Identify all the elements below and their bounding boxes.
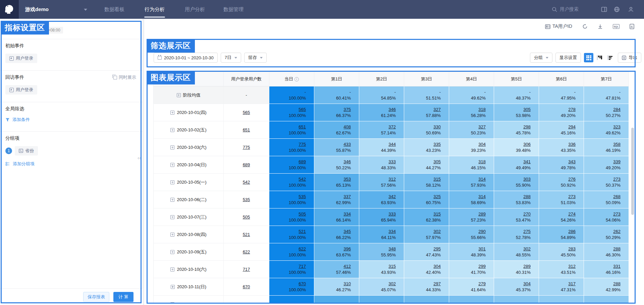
- retained-count-link[interactable]: 492: [299, 301, 306, 304]
- add-condition-link[interactable]: 添加条件: [5, 117, 30, 123]
- retained-count-link[interactable]: 302: [388, 281, 396, 287]
- expand-icon[interactable]: [170, 198, 174, 202]
- retained-count-link[interactable]: 279: [478, 281, 486, 287]
- retained-count-link[interactable]: 535: [299, 194, 306, 200]
- initial-event-button[interactable]: 用户登录: [5, 54, 37, 63]
- add-group-link[interactable]: 添加分组项: [5, 161, 35, 167]
- return-event-button[interactable]: 用户登录: [5, 85, 37, 95]
- retained-count-link[interactable]: 315: [433, 211, 441, 217]
- retained-count-link[interactable]: 292: [433, 301, 441, 304]
- retained-count-link[interactable]: 286: [568, 229, 576, 235]
- retained-count-link[interactable]: 348: [388, 246, 396, 252]
- retained-count-link[interactable]: 304: [523, 281, 531, 287]
- retained-count-link[interactable]: 333: [388, 211, 396, 217]
- retained-count-link[interactable]: 297: [433, 281, 441, 287]
- app-logo[interactable]: [0, 0, 19, 19]
- retained-count-link[interactable]: 311: [389, 301, 396, 304]
- expand-icon[interactable]: [171, 285, 175, 289]
- retained-count-link[interactable]: 372: [388, 124, 396, 130]
- panel-layout-icon[interactable]: [601, 6, 607, 12]
- retained-count-link[interactable]: 325: [433, 194, 441, 200]
- retained-count-link[interactable]: 282: [478, 301, 486, 304]
- date-range-picker[interactable]: 2020-10-01 ~ 2020-10-30: [154, 53, 218, 63]
- table-scrollbar[interactable]: [631, 128, 634, 215]
- retained-count-link[interactable]: 318: [478, 107, 486, 113]
- retained-count-link[interactable]: 412: [343, 263, 351, 269]
- nav-item-4[interactable]: 数据管理: [222, 0, 245, 19]
- total-users-link[interactable]: 622: [243, 249, 250, 254]
- total-users-link[interactable]: 717: [243, 267, 250, 272]
- retained-count-link[interactable]: 299: [478, 263, 486, 269]
- group-item-button[interactable]: 省份: [15, 146, 38, 156]
- trend-view-toggle[interactable]: [605, 53, 615, 62]
- total-users-link[interactable]: 775: [243, 145, 250, 150]
- retained-count-link[interactable]: 565: [299, 107, 306, 113]
- retained-count-link[interactable]: 326: [343, 301, 351, 304]
- retained-count-link[interactable]: 312: [388, 176, 396, 182]
- ta-user-id-button[interactable]: TA用户ID: [545, 23, 572, 29]
- save-report-button[interactable]: 保存报表: [83, 292, 109, 302]
- retained-count-link[interactable]: 717: [299, 263, 306, 269]
- retained-count-link[interactable]: 353: [343, 176, 351, 182]
- retained-count-link[interactable]: 336: [568, 141, 576, 147]
- retained-count-link[interactable]: 335: [433, 141, 441, 147]
- retained-count-link[interactable]: 295: [433, 246, 441, 252]
- retained-count-link[interactable]: 339: [613, 159, 621, 165]
- calculate-button[interactable]: 计 算: [113, 292, 133, 302]
- retained-count-link[interactable]: 255: [568, 301, 576, 304]
- total-users-link[interactable]: 689: [243, 162, 250, 167]
- sql-button[interactable]: SQL: [613, 24, 620, 29]
- retained-count-link[interactable]: 289: [478, 211, 486, 217]
- retained-count-link[interactable]: 288: [523, 194, 531, 200]
- refresh-button[interactable]: [582, 24, 588, 29]
- chart-report-button[interactable]: [630, 24, 634, 29]
- expand-icon[interactable]: [170, 180, 174, 184]
- retained-count-link[interactable]: 302: [523, 246, 531, 252]
- retained-count-link[interactable]: 521: [299, 229, 306, 235]
- nav-item-3[interactable]: 用户分析: [183, 0, 207, 19]
- retained-count-link[interactable]: 288: [613, 246, 621, 252]
- retained-count-link[interactable]: 323: [613, 124, 621, 130]
- nav-item-2[interactable]: 行为分析: [143, 0, 166, 19]
- total-users-link[interactable]: 670: [243, 284, 250, 289]
- retained-count-link[interactable]: 302: [433, 229, 441, 235]
- retained-count-link[interactable]: 651: [299, 124, 306, 130]
- expand-icon[interactable]: [170, 163, 174, 167]
- retained-count-link[interactable]: 396: [343, 246, 351, 252]
- retained-count-link[interactable]: 315: [388, 263, 396, 269]
- mode-select[interactable]: 留存: [244, 53, 267, 63]
- group-dropdown[interactable]: 分组: [530, 53, 552, 63]
- retained-count-link[interactable]: 284: [613, 107, 621, 113]
- total-users-link[interactable]: 535: [243, 197, 250, 202]
- retained-count-link[interactable]: 622: [299, 246, 306, 252]
- expand-icon[interactable]: [170, 267, 174, 271]
- retained-count-link[interactable]: 278: [568, 107, 576, 113]
- expand-icon[interactable]: [170, 233, 174, 237]
- retained-count-link[interactable]: 345: [343, 229, 351, 235]
- user-avatar-icon[interactable]: [628, 6, 634, 12]
- retained-count-link[interactable]: 344: [388, 141, 396, 147]
- retained-count-link[interactable]: 305: [523, 107, 531, 113]
- retained-count-link[interactable]: 303: [523, 176, 531, 182]
- retained-count-link[interactable]: 334: [343, 211, 351, 217]
- retained-count-link[interactable]: 275: [523, 229, 531, 235]
- export-button[interactable]: 导出: [618, 53, 641, 63]
- retained-count-link[interactable]: 262: [613, 229, 621, 235]
- retained-count-link[interactable]: 314: [478, 176, 486, 182]
- total-users-link[interactable]: 565: [243, 110, 250, 115]
- retained-count-link[interactable]: 270: [523, 211, 531, 217]
- retained-count-link[interactable]: 333: [388, 159, 396, 165]
- retained-count-link[interactable]: 505: [299, 211, 306, 217]
- retained-count-link[interactable]: 358: [613, 141, 621, 147]
- retained-count-link[interactable]: 301: [478, 246, 486, 252]
- total-users-link[interactable]: 505: [243, 215, 250, 220]
- retained-count-link[interactable]: 670: [299, 281, 306, 287]
- retained-count-link[interactable]: 312: [568, 263, 576, 269]
- retained-count-link[interactable]: 342: [388, 194, 396, 200]
- retained-count-link[interactable]: 315: [433, 176, 441, 182]
- expand-icon[interactable]: [177, 93, 181, 97]
- retained-count-link[interactable]: 273: [568, 194, 576, 200]
- retained-count-link[interactable]: 273: [613, 211, 621, 217]
- expand-icon[interactable]: [170, 250, 174, 254]
- expand-icon[interactable]: [170, 145, 174, 149]
